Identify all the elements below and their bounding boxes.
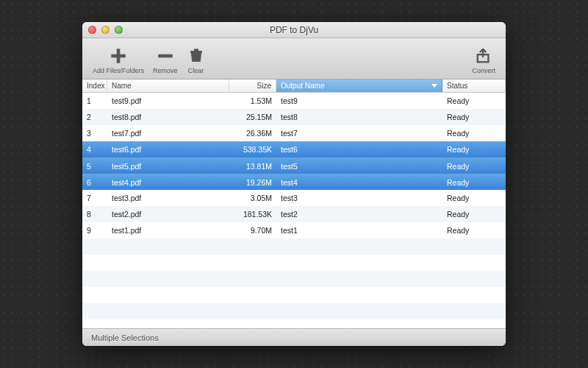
header-name[interactable]: Name — [107, 79, 229, 92]
cell-status: Ready — [442, 226, 506, 235]
cell-name: test6.pdf — [107, 145, 229, 154]
cell-output: test1 — [276, 226, 442, 235]
table-row-empty — [82, 287, 506, 303]
cell-name: test3.pdf — [107, 194, 229, 202]
table-row[interactable]: 7test3.pdf3.05Mtest3Ready — [82, 190, 506, 206]
table-row[interactable]: 5test5.pdf13.81Mtest5Ready — [82, 158, 506, 174]
cell-size: 3.05M — [229, 194, 276, 202]
table-row[interactable]: 8test2.pdf181.53Ktest2Ready — [82, 206, 506, 222]
cell-output: test4 — [276, 178, 442, 187]
close-icon[interactable] — [88, 26, 96, 34]
cell-index: 8 — [82, 210, 107, 219]
status-text: Multiple Selections — [91, 333, 159, 342]
table-row-empty — [82, 303, 506, 319]
cell-status: Ready — [442, 96, 506, 105]
status-bar: Multiple Selections — [82, 328, 506, 346]
cell-size: 1.53M — [229, 96, 276, 105]
cell-status: Ready — [442, 194, 506, 202]
header-size[interactable]: Size — [229, 79, 276, 92]
zoom-icon[interactable] — [115, 26, 123, 34]
cell-index: 1 — [82, 96, 107, 105]
clear-label: Clear — [188, 67, 204, 74]
cell-name: test8.pdf — [107, 113, 229, 121]
minimize-icon[interactable] — [101, 26, 110, 34]
table-row[interactable]: 9test1.pdf9.70Mtest1Ready — [82, 222, 506, 238]
svg-rect-4 — [194, 49, 198, 51]
remove-button[interactable]: Remove — [148, 41, 182, 77]
plus-icon — [109, 46, 128, 66]
cell-name: test2.pdf — [107, 210, 229, 219]
cell-output: test8 — [276, 113, 442, 121]
header-status[interactable]: Status — [442, 79, 506, 92]
cell-output: test5 — [276, 162, 442, 171]
cell-name: test5.pdf — [107, 162, 229, 171]
traffic-lights — [82, 26, 123, 34]
cell-status: Ready — [442, 210, 506, 219]
minus-icon — [156, 46, 175, 66]
trash-icon — [187, 46, 206, 66]
toolbar: Add Files/Folders Remove Clear Convert — [82, 38, 506, 79]
cell-output: test6 — [276, 145, 442, 154]
cell-name: test1.pdf — [107, 226, 229, 235]
cell-index: 2 — [82, 113, 107, 121]
svg-rect-2 — [159, 54, 172, 57]
export-icon — [474, 46, 493, 66]
table-header: Index Name Size Output Name Status — [82, 79, 506, 93]
table-body: 1test9.pdf1.53Mtest9Ready2test8.pdf25.15… — [82, 93, 506, 328]
table-row-empty — [82, 238, 506, 255]
cell-index: 6 — [82, 178, 107, 187]
svg-rect-1 — [112, 54, 125, 57]
cell-name: test9.pdf — [107, 96, 229, 105]
cell-status: Ready — [442, 178, 506, 187]
cell-name: test7.pdf — [107, 129, 229, 138]
remove-label: Remove — [153, 67, 178, 74]
titlebar[interactable]: PDF to DjVu — [82, 22, 506, 38]
table-row[interactable]: 4test6.pdf538.35Ktest6Ready — [82, 141, 506, 158]
cell-size: 181.53K — [229, 210, 276, 219]
add-files-label: Add Files/Folders — [93, 67, 144, 74]
cell-index: 5 — [82, 162, 107, 171]
cell-index: 4 — [82, 145, 107, 154]
cell-index: 9 — [82, 226, 107, 235]
table-row[interactable]: 1test9.pdf1.53Mtest9Ready — [82, 93, 506, 109]
header-output[interactable]: Output Name — [276, 79, 442, 92]
table-row[interactable]: 2test8.pdf25.15Mtest8Ready — [82, 109, 506, 125]
clear-button[interactable]: Clear — [182, 41, 210, 77]
cell-status: Ready — [442, 162, 506, 171]
cell-status: Ready — [442, 129, 506, 138]
cell-size: 19.26M — [229, 178, 276, 187]
table-row-empty — [82, 255, 506, 271]
cell-output: test2 — [276, 210, 442, 219]
cell-output: test7 — [276, 129, 442, 138]
cell-size: 9.70M — [229, 226, 276, 235]
cell-index: 3 — [82, 129, 107, 138]
window-title: PDF to DjVu — [82, 25, 506, 35]
cell-status: Ready — [442, 113, 506, 121]
table-row-empty — [82, 271, 506, 287]
table-row[interactable]: 3test7.pdf26.36Mtest7Ready — [82, 125, 506, 141]
convert-button[interactable]: Convert — [467, 41, 500, 77]
cell-output: test3 — [276, 194, 442, 202]
app-window: PDF to DjVu Add Files/Folders Remove Cle… — [82, 22, 506, 346]
add-files-button[interactable]: Add Files/Folders — [88, 41, 148, 77]
convert-label: Convert — [472, 67, 495, 74]
cell-output: test9 — [276, 96, 442, 105]
header-index[interactable]: Index — [82, 79, 107, 92]
cell-size: 25.15M — [229, 113, 276, 121]
cell-size: 26.36M — [229, 129, 276, 138]
cell-name: test4.pdf — [107, 178, 229, 187]
table-row[interactable]: 6test4.pdf19.26Mtest4Ready — [82, 174, 506, 190]
cell-size: 13.81M — [229, 162, 276, 171]
cell-size: 538.35K — [229, 145, 276, 154]
cell-index: 7 — [82, 194, 107, 202]
cell-status: Ready — [442, 145, 506, 154]
